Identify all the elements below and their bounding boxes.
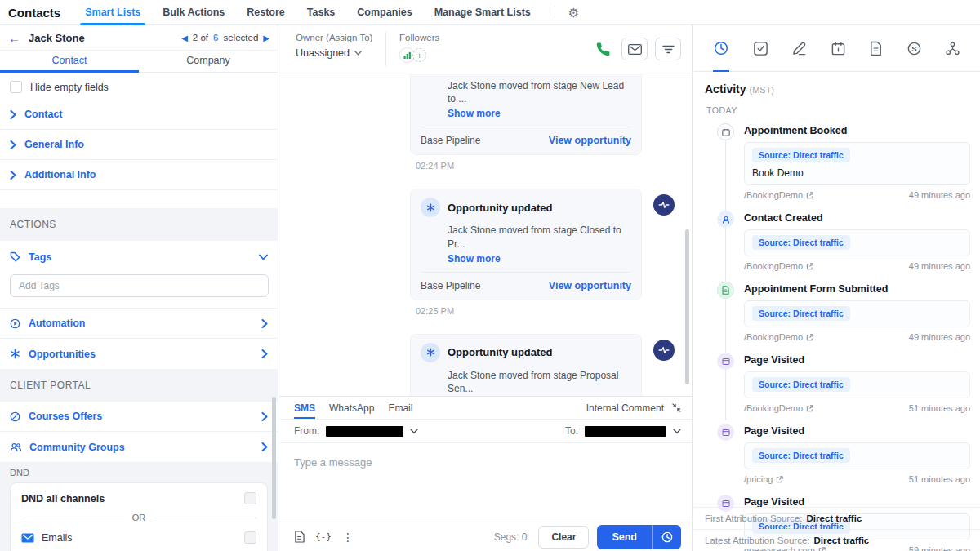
tab-sms[interactable]: SMS bbox=[294, 397, 315, 419]
view-opportunity-link[interactable]: View opportunity bbox=[549, 280, 631, 291]
schedule-send-button[interactable] bbox=[652, 525, 681, 549]
from-number-redacted[interactable] bbox=[326, 426, 403, 437]
form-submitted-icon bbox=[717, 282, 734, 299]
message-card-wrap: Opportunity updated Jack Stone moved fro… bbox=[410, 334, 642, 396]
send-label[interactable]: Send bbox=[597, 525, 652, 549]
community-groups-label: Community Groups bbox=[29, 442, 125, 453]
section-additional-info[interactable]: Additional Info bbox=[0, 160, 278, 190]
owner-label: Owner (Assign To) bbox=[296, 33, 385, 42]
section-general-info[interactable]: General Info bbox=[0, 130, 278, 160]
show-more-link[interactable]: Show more bbox=[448, 108, 631, 119]
first-attribution-value: Direct traffic bbox=[807, 513, 862, 523]
opportunity-message-card: Opportunity updated Jack Stone moved fro… bbox=[410, 189, 642, 300]
growth-chart-icon bbox=[403, 51, 412, 59]
tab-company[interactable]: Company bbox=[139, 51, 278, 72]
community-groups-icon bbox=[10, 442, 21, 452]
nav-tab-restore[interactable]: Restore bbox=[247, 0, 285, 25]
page-visited-icon bbox=[717, 353, 734, 370]
activity-title: Activity (MST) bbox=[705, 82, 970, 96]
email-compose-button[interactable] bbox=[621, 38, 648, 60]
nav-tab-companies[interactable]: Companies bbox=[357, 0, 412, 25]
followers-avatars: + bbox=[399, 47, 439, 63]
opportunity-icon bbox=[421, 198, 440, 217]
clock-icon bbox=[662, 531, 673, 543]
section-contact[interactable]: Contact bbox=[0, 100, 278, 130]
tags-section[interactable]: Tags bbox=[0, 241, 278, 273]
tab-contact[interactable]: Contact bbox=[0, 51, 139, 72]
tab-activity[interactable] bbox=[713, 25, 729, 72]
spacer bbox=[0, 190, 278, 208]
message-textarea[interactable] bbox=[294, 456, 692, 513]
link-text: /BookingDemo bbox=[744, 190, 803, 200]
contact-name: Jack Stone bbox=[29, 32, 85, 44]
link-text: /pricing bbox=[744, 474, 773, 484]
show-more-link[interactable]: Show more bbox=[448, 253, 631, 264]
pager-total: 6 bbox=[213, 33, 218, 42]
timeline-item-link[interactable]: /BookingDemo bbox=[744, 332, 813, 342]
tab-tasks[interactable] bbox=[753, 25, 768, 72]
opportunities-section[interactable]: Opportunities bbox=[0, 339, 278, 369]
nav-tab-smart-lists[interactable]: Smart Lists bbox=[85, 0, 140, 25]
to-number-redacted[interactable] bbox=[585, 426, 666, 437]
owner-value: Unassigned bbox=[296, 47, 350, 59]
timeline-item-detail: Book Demo bbox=[752, 167, 962, 179]
pager-next-icon[interactable]: ▶ bbox=[263, 33, 270, 42]
view-opportunity-link[interactable]: View opportunity bbox=[549, 135, 631, 146]
tab-documents[interactable] bbox=[869, 25, 883, 72]
pager-suffix: selected bbox=[223, 33, 258, 42]
add-tags-input[interactable] bbox=[10, 274, 269, 297]
filter-button[interactable] bbox=[655, 38, 681, 60]
courses-offers-section[interactable]: Courses Offers bbox=[0, 402, 278, 432]
hide-empty-fields-label: Hide empty fields bbox=[30, 82, 109, 93]
template-icon[interactable] bbox=[294, 531, 305, 543]
timeline-item-link[interactable]: /pricing bbox=[744, 474, 783, 484]
owner-dropdown[interactable]: Unassigned bbox=[296, 47, 385, 59]
tab-payments[interactable]: S bbox=[906, 25, 922, 72]
chevron-down-icon[interactable] bbox=[410, 429, 418, 434]
timeline-item-time: 51 minutes ago bbox=[909, 474, 970, 484]
contact-header: ← Jack Stone ◀ 2 of 6 selected ▶ bbox=[0, 25, 278, 51]
timeline-item-link[interactable]: /BookingDemo bbox=[744, 261, 813, 271]
left-panel-scrollbar[interactable] bbox=[272, 397, 276, 519]
back-arrow-icon[interactable]: ← bbox=[8, 31, 20, 45]
timeline-item-link[interactable]: /BookingDemo bbox=[744, 403, 813, 413]
dollar-circle-icon: S bbox=[906, 41, 922, 56]
automation-icon bbox=[10, 318, 20, 329]
tab-appointments[interactable] bbox=[831, 25, 846, 72]
nav-tab-tasks[interactable]: Tasks bbox=[307, 0, 336, 25]
tab-whatsapp[interactable]: WhatsApp bbox=[329, 397, 374, 419]
nav-tab-manage-smart-lists[interactable]: Manage Smart Lists bbox=[434, 0, 531, 25]
timeline-item-footer: /BookingDemo 49 minutes ago bbox=[744, 190, 970, 200]
clear-button[interactable]: Clear bbox=[538, 526, 589, 549]
opportunities-icon bbox=[10, 349, 20, 359]
automation-section[interactable]: Automation bbox=[0, 309, 278, 339]
dnd-all-channels-checkbox[interactable] bbox=[244, 492, 256, 504]
hide-empty-fields-checkbox[interactable] bbox=[10, 81, 22, 93]
opportunities-label: Opportunities bbox=[29, 349, 96, 360]
settings-gear-icon[interactable]: ⚙ bbox=[568, 7, 579, 19]
send-button[interactable]: Send bbox=[597, 525, 681, 549]
nav-tab-bulk-actions[interactable]: Bulk Actions bbox=[163, 0, 225, 25]
pulse-icon bbox=[658, 201, 670, 209]
tab-associations[interactable] bbox=[945, 25, 960, 72]
dnd-emails-checkbox[interactable] bbox=[244, 531, 256, 544]
tab-email[interactable]: Email bbox=[388, 397, 412, 419]
email-icon bbox=[21, 533, 34, 543]
call-button[interactable] bbox=[595, 42, 611, 57]
internal-comment-label[interactable]: Internal Comment bbox=[586, 402, 664, 414]
contact-detail-panel: ← Jack Stone ◀ 2 of 6 selected ▶ Contact… bbox=[0, 25, 278, 551]
more-options-icon[interactable]: ⋮ bbox=[342, 531, 354, 544]
custom-values-icon[interactable]: {-} bbox=[315, 531, 332, 542]
pager-prev-icon[interactable]: ◀ bbox=[181, 33, 188, 42]
message-timestamp: 02:25 PM bbox=[416, 306, 692, 316]
conversation-scrollbar[interactable] bbox=[685, 229, 689, 384]
community-groups-section[interactable]: Community Groups bbox=[0, 432, 278, 462]
chevron-down-icon[interactable] bbox=[673, 429, 681, 434]
association-icon bbox=[945, 41, 960, 56]
collapse-icon[interactable] bbox=[672, 403, 681, 412]
history-clock-icon bbox=[713, 40, 729, 56]
timeline-item-link[interactable]: /BookingDemo bbox=[744, 190, 813, 200]
add-follower-button[interactable]: + bbox=[412, 48, 426, 62]
dnd-header: DND bbox=[10, 468, 268, 478]
tab-notes[interactable] bbox=[791, 25, 807, 72]
